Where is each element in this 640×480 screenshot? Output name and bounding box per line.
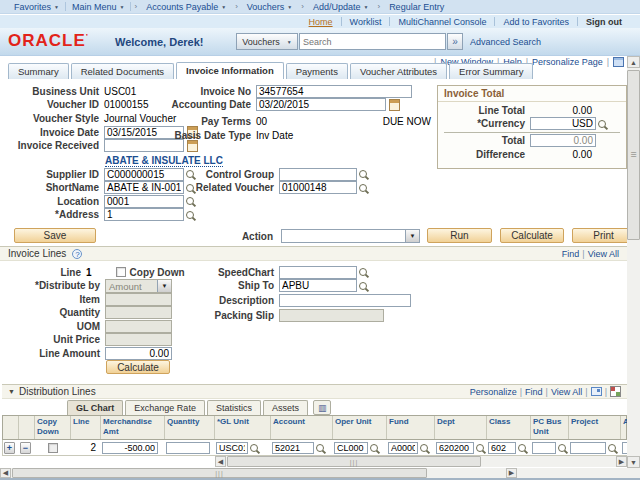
row-copy-down-checkbox[interactable] [48, 443, 58, 453]
breadcrumb-regular-entry[interactable]: Regular Entry [383, 2, 450, 12]
ship-to-input[interactable] [279, 279, 357, 292]
action-select[interactable]: ▼ [281, 229, 420, 243]
copy-down-checkbox[interactable] [116, 267, 126, 277]
save-button[interactable]: Save [14, 228, 96, 243]
description-input[interactable] [279, 294, 411, 307]
class-prompt-icon[interactable] [518, 444, 526, 452]
scroll-right-button[interactable]: ▶ [616, 456, 627, 467]
breadcrumb-separator-icon: › [374, 2, 383, 11]
currency-prompt-icon[interactable] [598, 120, 606, 128]
control-group-prompt-icon[interactable] [359, 170, 367, 178]
account-input[interactable] [272, 442, 314, 454]
oper-unit-prompt-icon[interactable] [370, 444, 378, 452]
related-voucher-prompt-icon[interactable] [359, 184, 367, 192]
page-h-scroll-thumb[interactable]: ||| [12, 468, 427, 478]
dept-input[interactable] [436, 442, 474, 454]
scroll-left-button[interactable]: ◀ [0, 468, 11, 478]
advanced-search-link[interactable]: Advanced Search [470, 37, 541, 47]
calculate-button[interactable]: Calculate [500, 228, 564, 243]
grid-personalize-link[interactable]: Personalize [470, 387, 517, 397]
related-voucher-input[interactable] [279, 181, 357, 194]
tab-summary[interactable]: Summary [8, 63, 69, 79]
project-input[interactable] [570, 442, 606, 454]
scroll-left-button[interactable]: ◀ [215, 456, 226, 467]
pc-bus-unit-prompt-icon[interactable] [558, 444, 566, 452]
search-input[interactable] [299, 33, 446, 50]
page-v-scroll-thumb[interactable]: ☰ [627, 70, 640, 240]
worklist-link[interactable]: Worklist [342, 17, 390, 27]
ship-to-prompt-icon[interactable] [359, 282, 367, 290]
sign-out-link[interactable]: Sign out [578, 17, 630, 27]
breadcrumb-vouchers[interactable]: Vouchers▼ [241, 2, 298, 12]
search-go-button[interactable]: » [447, 33, 463, 50]
supplier-name-link[interactable]: ABATE & INSULATE LLC [105, 155, 223, 167]
multichannel-console-link[interactable]: MultiChannel Console [390, 17, 494, 27]
page-v-scrollbar[interactable]: ▲ ☰ ▼ [627, 56, 640, 468]
search-scope-dropdown[interactable]: Vouchers▼ [236, 33, 298, 50]
gl-unit-prompt-icon[interactable] [250, 444, 258, 452]
breadcrumb-favorites[interactable]: Favorites▼ [8, 2, 65, 12]
fund-prompt-icon[interactable] [420, 444, 428, 452]
address-prompt-icon[interactable] [186, 211, 194, 219]
help-icon[interactable]: ? [72, 249, 82, 259]
grid-h-scroll-thumb[interactable]: ||| [227, 456, 481, 467]
tab-voucher-attributes[interactable]: Voucher Attributes [350, 63, 447, 79]
add-to-favorites-link[interactable]: Add to Favorites [495, 17, 577, 27]
location-input[interactable] [104, 195, 184, 208]
home-link[interactable]: Home [301, 17, 341, 27]
download-grid-icon[interactable] [610, 386, 621, 397]
line-calculate-button[interactable]: Calculate [106, 360, 170, 374]
oper-unit-input[interactable] [334, 442, 368, 454]
grid-h-scrollbar[interactable]: ◀ ||| ▶ [215, 456, 627, 467]
scroll-up-button[interactable]: ▲ [627, 56, 640, 68]
breadcrumb-accounts-payable[interactable]: Accounts Payable▼ [140, 2, 232, 12]
tab-error-summary[interactable]: Error Summary [449, 63, 533, 79]
show-all-columns-icon[interactable]: ▥ [313, 400, 332, 415]
class-input[interactable] [488, 442, 516, 454]
fund-input[interactable] [388, 442, 418, 454]
speedchart-input[interactable] [279, 266, 357, 279]
breadcrumb-add-update[interactable]: Add/Update▼ [307, 2, 375, 12]
accounting-date-input[interactable] [256, 98, 386, 111]
dept-prompt-icon[interactable] [476, 444, 484, 452]
control-group-input[interactable] [279, 168, 357, 181]
currency-input[interactable] [530, 117, 596, 130]
add-row-button[interactable]: + [4, 442, 15, 454]
invoice-lines-find-link[interactable]: Find [562, 249, 580, 259]
pc-bus-unit-input[interactable] [532, 442, 556, 454]
delete-row-button[interactable]: − [20, 442, 31, 454]
gl-unit-input[interactable] [216, 442, 248, 454]
line-amount-input[interactable] [105, 347, 172, 360]
row-quantity-input[interactable] [166, 442, 210, 454]
collapse-triangle-icon[interactable]: ▼ [8, 388, 15, 395]
project-prompt-icon[interactable] [608, 444, 616, 452]
tab-assets[interactable]: Assets [263, 400, 308, 415]
zoom-grid-icon[interactable] [591, 387, 602, 396]
grid-view-all-link[interactable]: View All [551, 387, 582, 397]
location-prompt-icon[interactable] [186, 197, 194, 205]
page-h-scrollbar[interactable]: ◀ ||| ▶ [0, 468, 640, 478]
tab-exchange-rate[interactable]: Exchange Rate [125, 400, 205, 415]
speedchart-prompt-icon[interactable] [359, 268, 367, 276]
total-input[interactable] [530, 134, 596, 147]
invoice-no-input[interactable] [256, 85, 412, 98]
new-window-icon[interactable] [613, 57, 624, 67]
tab-payments[interactable]: Payments [286, 63, 348, 79]
grid-find-link[interactable]: Find [525, 387, 543, 397]
tab-related-documents[interactable]: Related Documents [71, 63, 174, 79]
tab-gl-chart[interactable]: GL Chart [67, 400, 123, 415]
breadcrumb-main-menu[interactable]: Main Menu▼ [66, 2, 130, 12]
scroll-right-button[interactable]: ▶ [506, 468, 517, 478]
calendar-icon[interactable] [389, 99, 400, 111]
tab-statistics[interactable]: Statistics [207, 400, 261, 415]
scroll-down-button[interactable]: ▼ [627, 456, 640, 468]
account-prompt-icon[interactable] [316, 444, 324, 452]
print-button[interactable]: Print [572, 228, 635, 243]
run-button[interactable]: Run [427, 228, 492, 243]
invoice-lines-view-all-link[interactable]: View All [588, 249, 619, 259]
merchandise-amt-input[interactable] [102, 442, 158, 454]
tab-invoice-information[interactable]: Invoice Information [176, 62, 284, 79]
address-input[interactable] [104, 208, 184, 221]
personalize-page-link[interactable]: Personalize Page [532, 57, 603, 67]
chevron-down-icon[interactable]: ▼ [405, 230, 419, 242]
